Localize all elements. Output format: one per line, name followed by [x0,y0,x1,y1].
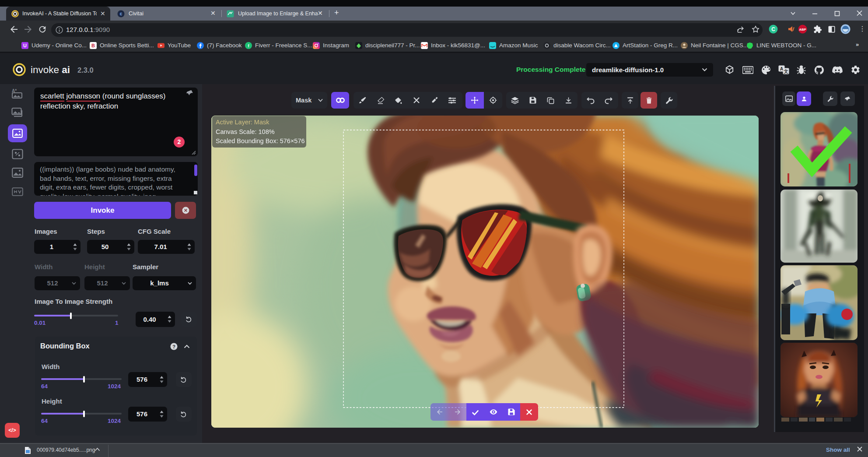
svg-text:?: ? [172,344,175,349]
svg-text:C: C [771,26,775,32]
svg-text:c: c [120,11,122,16]
svg-text:ABP: ABP [799,28,806,32]
svg-text:文: 文 [784,69,788,74]
